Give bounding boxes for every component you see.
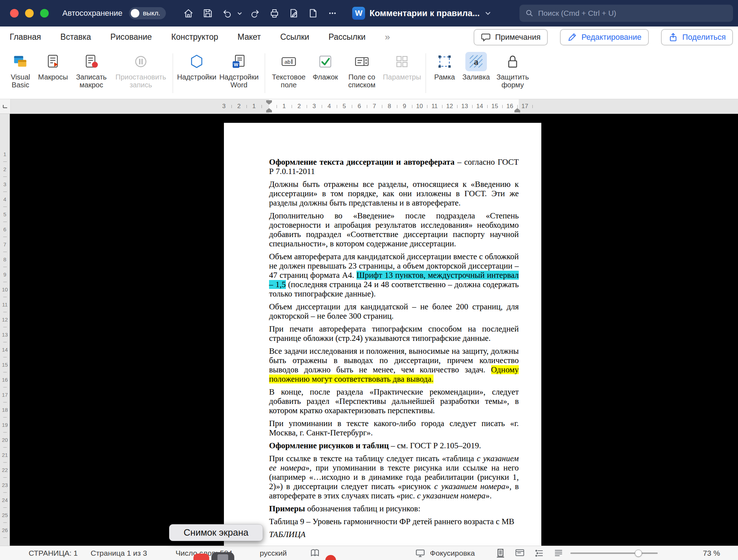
text-run: При печати автореферата типографским спо… [269, 324, 519, 343]
record-macro-button[interactable]: Записать макрос [70, 48, 112, 99]
page-indicator[interactable]: СТРАНИЦА: 1 [29, 549, 78, 557]
paragraph[interactable]: При печати автореферата типографским спо… [269, 324, 519, 343]
vruler-tick [3, 327, 7, 327]
redo-icon[interactable] [248, 6, 263, 21]
macros-icon [45, 52, 61, 71]
comment-icon [481, 32, 491, 42]
home-icon[interactable] [181, 6, 196, 21]
vruler-tick [3, 477, 7, 478]
document-page[interactable]: Оформление текста диссертации и авторефе… [224, 123, 541, 546]
paragraph[interactable]: Все задачи исследования и положения, вын… [269, 347, 519, 384]
tab-layout[interactable]: Макет [238, 32, 261, 42]
paragraph[interactable]: Таблица 9 – Уровень гармоничности ФР дет… [269, 517, 519, 526]
tab-home[interactable]: Главная [10, 32, 41, 42]
focus-mode-label[interactable]: Фокусировка [430, 549, 475, 557]
tab-references[interactable]: Ссылки [280, 32, 309, 42]
addins-button[interactable]: Надстройки [177, 48, 217, 99]
vruler-number: 9 [3, 271, 6, 277]
ruler-tick [517, 105, 518, 108]
dock-icon-screenshot-app[interactable] [211, 552, 234, 560]
vruler-tick [3, 372, 7, 372]
zoom-percent[interactable]: 73 % [703, 549, 720, 557]
save-icon[interactable] [200, 6, 215, 21]
fullscreen-button[interactable] [40, 9, 49, 18]
more-toolbar-options-icon[interactable] [325, 6, 340, 21]
paragraph[interactable]: Объем диссертации для кандидатской – не … [269, 302, 519, 321]
proofing-icon[interactable] [310, 548, 320, 558]
document-viewport[interactable]: 1234567891011121314151617181920212223242… [0, 114, 738, 546]
combo-box-icon [354, 52, 370, 71]
paragraph[interactable]: Дополнительно во «Введение» после подраз… [269, 211, 519, 248]
word-app-icon: W [352, 7, 365, 20]
paragraph[interactable]: При упоминании в тексте какого-либо горо… [269, 419, 519, 438]
vruler-tick [3, 462, 7, 463]
word-addins-button[interactable]: W Надстройки Word [217, 48, 261, 99]
comments-button[interactable]: Примечания [474, 29, 548, 45]
vruler-number: 4 [3, 196, 6, 202]
tab-design[interactable]: Конструктор [171, 32, 218, 42]
focus-mode-icon[interactable] [415, 548, 426, 559]
undo-icon[interactable] [220, 6, 235, 21]
ruler-number: 8 [388, 103, 391, 110]
dock-icon-red-app[interactable] [193, 554, 209, 560]
vruler-number: 17 [2, 392, 8, 398]
web-layout-view-button[interactable] [514, 548, 525, 559]
protect-form-button[interactable]: Защитить форму [493, 48, 533, 99]
undo-dropdown-chevron-icon[interactable] [236, 6, 243, 21]
ruler-number: 15 [492, 103, 498, 110]
developer-ribbon: Visual Basic Макросы Записать макрос При… [0, 48, 738, 99]
document-text[interactable]: Оформление текста диссертации и авторефе… [269, 158, 519, 543]
draft-view-button[interactable] [553, 548, 564, 559]
print-layout-view-button[interactable] [495, 548, 506, 559]
search-input[interactable]: Поиск (Cmd + Ctrl + U) [519, 5, 733, 22]
pause-recording-icon [133, 52, 149, 71]
outline-view-button[interactable] [534, 548, 545, 559]
macros-button[interactable]: Макросы [36, 48, 70, 99]
title-chevron-down-icon[interactable] [484, 9, 492, 17]
zoom-slider[interactable] [570, 552, 658, 554]
paragraph[interactable]: Примеры обозначения таблиц и рисунков: [269, 504, 519, 513]
text-field-button[interactable]: ab Текстовое поле [269, 48, 309, 99]
checkbox-control-button[interactable]: Флажок [309, 48, 342, 99]
paragraph[interactable]: Должны быть отражены все разделы, относя… [269, 180, 519, 208]
paragraph[interactable]: Оформление текста диссертации и авторефе… [269, 158, 519, 176]
ruler-tick [502, 105, 503, 108]
language-indicator[interactable]: русский [260, 549, 287, 557]
tab-overflow-chevrons[interactable]: » [385, 32, 390, 43]
paragraph[interactable]: При ссылке в тексте на таблицу следует п… [269, 454, 519, 501]
shading-button[interactable]: a Заливка [460, 48, 493, 99]
new-document-icon[interactable] [306, 6, 321, 21]
tab-mailings[interactable]: Рассылки [329, 32, 365, 42]
vruler-number: 2 [3, 166, 6, 172]
minimize-button[interactable] [25, 9, 34, 18]
text-run: – см. ГОСТ Р 2.105–2019. [389, 441, 481, 450]
tab-draw[interactable]: Рисование [110, 32, 152, 42]
paragraph[interactable]: ТАБЛИЦА [269, 530, 519, 539]
share-button[interactable]: Поделиться [661, 29, 733, 45]
zoom-slider-knob[interactable] [635, 550, 642, 557]
edit-document-icon[interactable] [286, 6, 301, 21]
search-icon [525, 9, 534, 18]
combo-box-button[interactable]: Поле со списком [342, 48, 382, 99]
text-run: При ссылке в тексте на таблицу следует п… [269, 454, 477, 463]
paragraph[interactable]: В конце, после раздела «Практические рек… [269, 387, 519, 415]
document-title-group[interactable]: W Комментарии к правила... [352, 7, 492, 20]
ruler-tick [246, 105, 247, 108]
autosave-toggle[interactable]: выкл. [129, 7, 166, 19]
vruler-number: 18 [2, 407, 8, 413]
text-run: Оформление текста диссертации и авторефе… [269, 158, 455, 166]
frame-button[interactable]: Рамка [430, 48, 460, 99]
close-button[interactable] [10, 9, 19, 18]
tab-stop-selector[interactable] [0, 99, 11, 114]
paragraph[interactable]: Объем автореферата для кандидатской дисс… [269, 252, 519, 299]
paragraph[interactable]: Оформление рисунков и таблиц – см. ГОСТ … [269, 441, 519, 450]
visual-basic-button[interactable]: Visual Basic [5, 48, 36, 99]
page-count[interactable]: Страница 1 из 3 [91, 549, 147, 557]
vruler-tick [3, 492, 7, 493]
vruler-number: 15 [2, 362, 8, 368]
tab-insert[interactable]: Вставка [61, 32, 91, 42]
vruler-number: 16 [2, 377, 8, 383]
vruler-number: 5 [3, 211, 6, 217]
editing-mode-button[interactable]: Редактирование [560, 29, 649, 45]
print-icon[interactable] [267, 6, 282, 21]
